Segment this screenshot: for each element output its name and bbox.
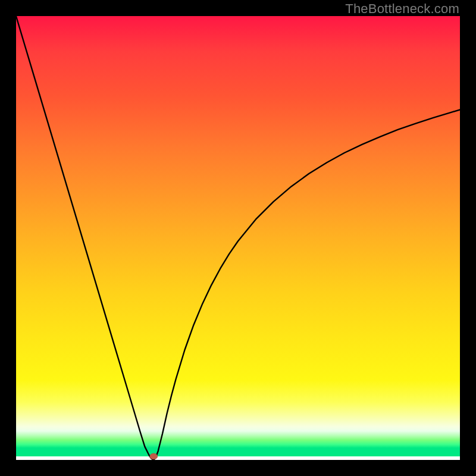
watermark-text: TheBottleneck.com [345,1,459,17]
bottleneck-curve-path [16,16,460,460]
chart-frame: TheBottleneck.com [0,0,476,476]
plot-area [16,16,460,460]
bottleneck-curve-svg [16,16,460,460]
min-point-marker [150,453,158,459]
